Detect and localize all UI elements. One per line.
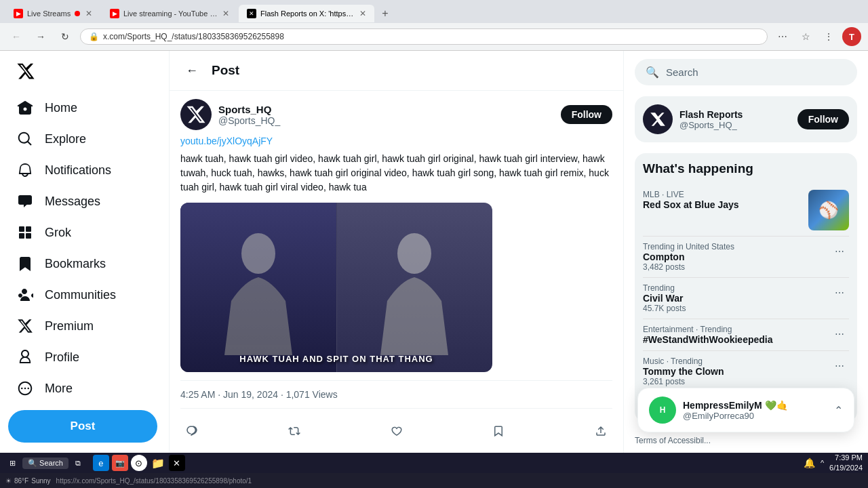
x-logo[interactable]: [8, 56, 161, 89]
trending-item-wookiee[interactable]: Entertainment · Trending #WeStandWithWoo…: [643, 319, 849, 351]
taskbar-folder[interactable]: 📁: [150, 455, 166, 471]
tab-flash-reports[interactable]: ✕ Flash Reports on X: 'https://t.... ✕: [239, 5, 374, 22]
reply-icon: [186, 425, 198, 441]
image-caption: HAWK TUAH AND SPIT ON THAT THANG: [180, 354, 492, 364]
svg-rect-1: [26, 226, 31, 232]
tab-close-3[interactable]: ✕: [359, 9, 366, 18]
trending-name-civilwar: Civil War: [643, 293, 823, 304]
profile-icon: [16, 349, 34, 365]
left-sidebar: Home Explore Notifications Messages Grok: [0, 51, 170, 453]
svg-rect-2: [19, 233, 24, 239]
browser-profile[interactable]: T: [842, 27, 861, 46]
trending-more-compton[interactable]: ⋯: [830, 242, 849, 261]
tab-close-2[interactable]: ✕: [222, 9, 229, 18]
trending-count-compton: 3,482 posts: [643, 262, 823, 272]
post-button[interactable]: Post: [8, 410, 157, 443]
tab-live-streams[interactable]: ▶ Live Streams ✕: [5, 5, 100, 22]
retweet-icon: [288, 425, 300, 441]
sidebar-item-notifications[interactable]: Notifications: [8, 155, 161, 185]
taskbar-start: ⊞ 🔍 Search ⧉: [5, 458, 85, 469]
trending-item-compton[interactable]: Trending in United States Compton 3,482 …: [643, 237, 849, 278]
author-handle: @Sports_HQ_: [218, 115, 554, 126]
trending-count-tommy: 3,261 posts: [643, 377, 823, 386]
retweet-action[interactable]: [283, 420, 306, 446]
trending-item-civilwar[interactable]: Trending Civil War 45.7K posts ⋯: [643, 278, 849, 319]
whats-happening: What's happening MLB · LIVE Red Sox at B…: [635, 153, 857, 422]
taskbar-x-app[interactable]: ✕: [169, 455, 185, 471]
sidebar-item-home[interactable]: Home: [8, 93, 161, 123]
sidebar-item-profile[interactable]: Profile: [8, 342, 161, 372]
back-button[interactable]: ←: [7, 27, 26, 46]
follow-button[interactable]: Follow: [797, 109, 849, 129]
status-bar: ☀ 86°F Sunny https://x.com/Sports_HQ_/st…: [0, 473, 868, 488]
trending-category-mlb: MLB · LIVE: [643, 190, 802, 199]
sidebar-item-more[interactable]: More: [8, 373, 161, 403]
terms-link[interactable]: Terms of: [635, 436, 666, 445]
post-link[interactable]: youtu.be/jyXlOyqAjFY: [180, 136, 612, 146]
notification-handle: @EmilyPorreca90: [683, 411, 827, 421]
taskbar-edge[interactable]: e: [93, 455, 109, 471]
trending-category-tommy: Music · Trending: [643, 357, 823, 366]
new-tab-button[interactable]: +: [376, 4, 395, 23]
more-label: More: [45, 382, 73, 396]
taskbar-photos[interactable]: 📷: [112, 455, 128, 471]
notification-name: HempressEmilyM 💚🤙: [683, 400, 827, 411]
author-avatar: [180, 99, 212, 130]
post-text: hawk tuah, hawk tuah girl video, hawk tu…: [180, 152, 612, 195]
communities-label: Communities: [45, 288, 116, 302]
accessibility-link[interactable]: Accessibil...: [668, 436, 711, 445]
follow-avatar: [643, 104, 673, 134]
bookmark-button[interactable]: ☆: [796, 27, 815, 46]
like-action[interactable]: [385, 420, 408, 446]
reply-action[interactable]: [180, 420, 203, 446]
follow-author-button[interactable]: Follow: [561, 105, 612, 124]
bookmark-action[interactable]: [487, 420, 510, 446]
sidebar-item-bookmarks[interactable]: Bookmarks: [8, 249, 161, 279]
explore-icon: [16, 131, 34, 147]
secure-icon: 🔒: [89, 32, 99, 41]
address-bar[interactable]: 🔒 x.com/Sports_HQ_/status/18033583695262…: [80, 28, 768, 45]
author-name[interactable]: Sports_HQ: [218, 104, 554, 115]
nav-actions: ⋯ ☆ ⋮ T: [773, 27, 861, 46]
browser-extensions-button[interactable]: ⋯: [773, 27, 792, 46]
refresh-button[interactable]: ↻: [56, 27, 75, 46]
sidebar-item-messages[interactable]: Messages: [8, 186, 161, 216]
browser-menu-button[interactable]: ⋮: [819, 27, 838, 46]
taskbar-chrome[interactable]: ⊙: [131, 455, 147, 471]
taskbar-system-tray[interactable]: ^: [821, 459, 824, 467]
taskbar-notification-bell[interactable]: 🔔: [804, 458, 815, 468]
post-author-row: Sports_HQ @Sports_HQ_ Follow: [180, 99, 612, 130]
tab-title-1: Live Streams: [27, 9, 71, 18]
windows-start-button[interactable]: ⊞: [5, 459, 20, 468]
svg-rect-0: [19, 226, 24, 232]
forward-button[interactable]: →: [31, 27, 50, 46]
trending-more-tommy[interactable]: ⋯: [830, 357, 849, 375]
sidebar-user[interactable]: NephilimMurderCrew @Nephilim87Crew ⋯: [8, 449, 161, 453]
notification-expand[interactable]: ⌃: [834, 404, 843, 417]
trending-more-wookiee[interactable]: ⋯: [830, 325, 849, 344]
search-bar[interactable]: 🔍 Search: [635, 59, 857, 85]
taskbar-time-date: 7:39 PM 6/19/2024: [829, 453, 863, 474]
back-button[interactable]: ←: [180, 59, 203, 82]
tab-youtube[interactable]: ▶ Live streaming - YouTube Stu... ✕: [102, 5, 237, 22]
tab-title-2: Live streaming - YouTube Stu...: [123, 9, 218, 18]
tab-favicon-2: ▶: [110, 9, 119, 18]
home-label: Home: [45, 101, 77, 115]
trending-item-mlb[interactable]: MLB · LIVE Red Sox at Blue Jays ⚾: [643, 184, 849, 237]
taskbar-apps: e 📷 ⊙ 📁 ✕: [93, 455, 185, 471]
tab-close-1[interactable]: ✕: [85, 9, 92, 18]
whats-happening-title: What's happening: [643, 161, 849, 176]
taskbar-search[interactable]: 🔍 Search: [22, 458, 68, 469]
sidebar-item-grok[interactable]: Grok: [8, 218, 161, 247]
address-text: x.com/Sports_HQ_/status/1803358369526255…: [103, 32, 284, 41]
post-image[interactable]: HAWK TUAH AND SPIT ON THAT THANG: [180, 203, 492, 372]
notification-text: HempressEmilyM 💚🤙 @EmilyPorreca90: [683, 400, 827, 421]
tab-live-indicator: [75, 11, 80, 16]
trending-item-tommy[interactable]: Music · Trending Tommy the Clown 3,261 p…: [643, 351, 849, 392]
trending-more-civilwar[interactable]: ⋯: [830, 283, 849, 302]
share-action[interactable]: [589, 420, 612, 446]
sidebar-item-communities[interactable]: Communities: [8, 280, 161, 310]
sidebar-item-explore[interactable]: Explore: [8, 124, 161, 154]
taskbar-task-view[interactable]: ⧉: [71, 459, 85, 468]
sidebar-item-premium[interactable]: Premium: [8, 311, 161, 341]
